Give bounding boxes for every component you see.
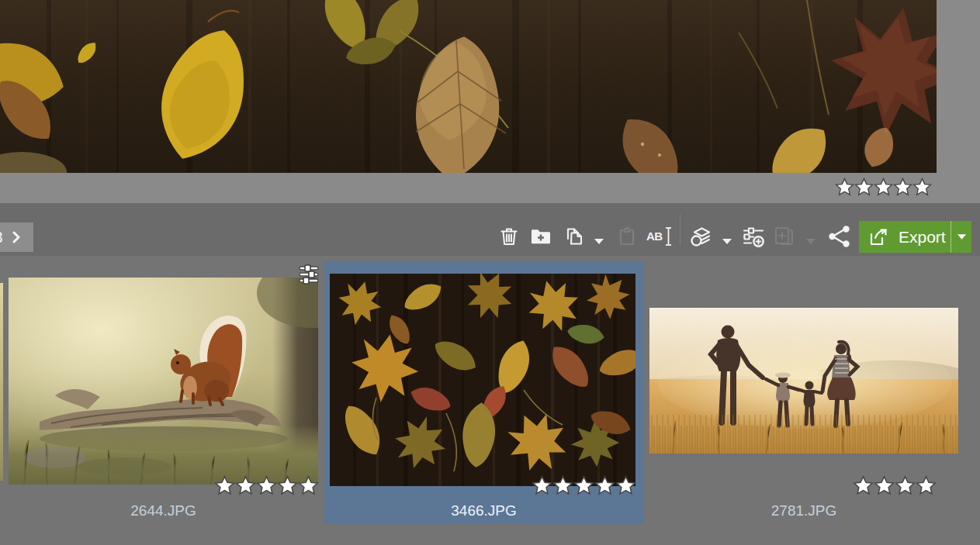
- rename-ab-text: AB: [646, 225, 663, 248]
- preview-leaves-art: [0, 0, 937, 173]
- filmstrip: 2644.JPG: [0, 256, 980, 545]
- text-cursor-icon: [665, 226, 673, 247]
- filename-label: 2781.JPG: [646, 502, 961, 519]
- family-art: [649, 308, 958, 454]
- thumbnail-cell-2644[interactable]: 2644.JPG: [2, 261, 324, 524]
- thumbnail-image-2644[interactable]: [9, 278, 318, 485]
- star-icon[interactable]: [552, 475, 573, 496]
- thumbnail-cell-2781[interactable]: 2781.JPG: [646, 261, 961, 524]
- share-icon[interactable]: [827, 224, 852, 249]
- copy-caret-icon[interactable]: [594, 234, 604, 241]
- adjustments-add-icon[interactable]: [742, 225, 765, 248]
- star-icon[interactable]: [853, 475, 874, 496]
- filter-stack-icon[interactable]: [690, 225, 713, 248]
- squirrel-art: [9, 278, 318, 485]
- rating-stars-3466[interactable]: [532, 475, 636, 496]
- star-icon[interactable]: [895, 475, 916, 496]
- star-icon[interactable]: [214, 475, 235, 496]
- star-icon[interactable]: [532, 475, 552, 496]
- export-button-main[interactable]: Export: [859, 221, 951, 253]
- adjustments-badge-icon[interactable]: [298, 264, 320, 285]
- rename-icon[interactable]: AB: [646, 225, 677, 248]
- trash-icon[interactable]: [497, 225, 521, 248]
- star-icon[interactable]: [912, 178, 932, 197]
- star-icon[interactable]: [615, 475, 636, 496]
- filter-caret-icon[interactable]: [722, 234, 732, 241]
- batch-caret-icon[interactable]: [805, 234, 816, 241]
- thumbnail-image-2781[interactable]: [649, 308, 958, 454]
- batch-icon[interactable]: [773, 225, 796, 248]
- chevron-right-icon: [10, 231, 23, 243]
- filename-label: 2644.JPG: [2, 502, 324, 519]
- thumbnail-cell-3466[interactable]: 3466.JPG: [324, 261, 643, 524]
- preview-rating-stars[interactable]: [835, 178, 932, 197]
- leaves-art: [330, 274, 635, 486]
- export-button[interactable]: Export: [859, 221, 971, 253]
- browser-toolbar: 3: [0, 203, 980, 256]
- star-icon[interactable]: [854, 178, 874, 197]
- copy-icon[interactable]: [562, 225, 585, 248]
- star-icon[interactable]: [874, 475, 895, 496]
- thumbnail-image-3466[interactable]: [330, 274, 635, 486]
- star-icon[interactable]: [916, 475, 937, 496]
- rating-stars-2781[interactable]: [853, 475, 937, 496]
- star-icon[interactable]: [594, 475, 615, 496]
- star-icon[interactable]: [277, 475, 298, 496]
- export-button-label: Export: [899, 228, 946, 247]
- preview-image[interactable]: [0, 0, 937, 173]
- star-icon[interactable]: [874, 178, 893, 197]
- navigator-count: 3: [0, 228, 3, 247]
- photo-manager-window: 3: [0, 0, 980, 545]
- preview-band: [0, 0, 980, 203]
- export-icon: [869, 227, 889, 247]
- toolbar-separator: [680, 214, 680, 245]
- chevron-down-icon: [957, 233, 967, 240]
- rating-stars-2644[interactable]: [214, 475, 319, 496]
- export-caret-button[interactable]: [951, 221, 971, 253]
- star-icon[interactable]: [235, 475, 256, 496]
- star-icon[interactable]: [573, 475, 594, 496]
- folder-add-icon[interactable]: [529, 225, 552, 248]
- star-icon[interactable]: [298, 475, 319, 496]
- star-icon[interactable]: [256, 475, 277, 496]
- navigator-page-button[interactable]: 3: [0, 222, 33, 252]
- filename-label: 3466.JPG: [324, 502, 643, 519]
- paste-icon[interactable]: [615, 225, 639, 248]
- star-icon[interactable]: [893, 178, 912, 197]
- star-icon[interactable]: [835, 178, 854, 197]
